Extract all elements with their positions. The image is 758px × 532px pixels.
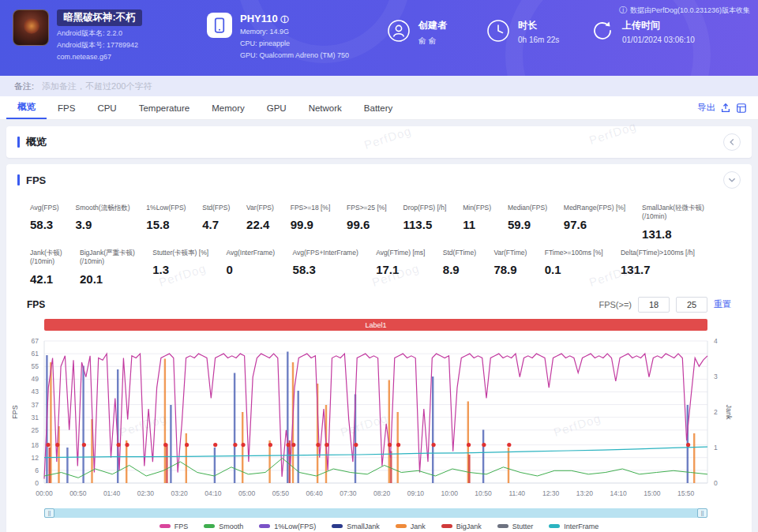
metric-cell: Var(FTime)78.9: [493, 249, 527, 276]
metric-label: Drop(FPS) [/h]: [403, 204, 447, 212]
legend-label: Stutter: [512, 523, 534, 530]
legend-item-BigJank[interactable]: BigJank: [441, 523, 482, 530]
legend-marker: [204, 524, 215, 528]
svg-text:10:50: 10:50: [475, 489, 492, 497]
metric-value: 3.9: [76, 218, 130, 231]
creator-block: 创建者 俞 俞: [387, 19, 447, 47]
upload-label: 上传时间: [622, 19, 695, 32]
metric-value: 113.5: [403, 218, 447, 231]
metric-label: Std(FTime): [443, 249, 476, 257]
device-info-block: PHY110 ⓘ Memory: 14.9G CPU: pineapple GP…: [207, 13, 349, 61]
overview-collapse-button[interactable]: [723, 133, 741, 151]
svg-text:01:40: 01:40: [103, 489, 121, 497]
svg-text:11:40: 11:40: [508, 489, 525, 497]
scrollbar-left-handle[interactable]: ||: [44, 508, 54, 518]
svg-text:06:40: 06:40: [306, 489, 324, 497]
metric-label: Stutter(卡顿率) [%]: [152, 249, 208, 257]
fps-collapse-button[interactable]: [723, 171, 741, 189]
legend-item-SmallJank[interactable]: SmallJank: [332, 523, 380, 530]
legend-item-InterFrame[interactable]: InterFrame: [549, 523, 599, 530]
info-icon: ⓘ: [619, 5, 627, 16]
svg-text:04:10: 04:10: [205, 489, 222, 497]
tab-Network[interactable]: Network: [298, 96, 353, 119]
svg-text:37: 37: [32, 400, 39, 408]
chart-range-scrollbar[interactable]: || ||: [44, 508, 707, 518]
creator-value: 俞 俞: [418, 36, 447, 47]
metric-cell: Std(FTime)8.9: [443, 249, 476, 276]
tab-Battery[interactable]: Battery: [353, 96, 403, 119]
svg-text:10:00: 10:00: [441, 489, 459, 497]
metric-label: Smooth(流畅指数): [76, 204, 130, 212]
fps-chart-canvas[interactable]: Label167615549433731251812604321000:0000…: [6, 316, 733, 504]
metric-label: Var(FTime): [493, 249, 527, 257]
metric-cell: Var(FPS)22.4: [246, 204, 274, 231]
tab-CPU[interactable]: CPU: [86, 96, 127, 119]
metric-label: MedRange(FPS) [%]: [564, 204, 625, 212]
creator-icon: [387, 19, 411, 43]
export-icon[interactable]: [720, 103, 731, 114]
legend-item-FPS[interactable]: FPS: [159, 523, 189, 530]
metric-value: 17.1: [376, 263, 425, 276]
metric-value: 59.9: [508, 218, 547, 231]
metric-label: Median(FPS): [508, 204, 547, 212]
duration-label: 时长: [518, 19, 559, 32]
metric-value: 22.4: [246, 218, 274, 231]
metric-value: 58.3: [30, 218, 59, 231]
clock-icon: [486, 19, 510, 43]
remark-bar[interactable]: 备注: 添加备注，不超过200个字符: [0, 76, 758, 96]
legend-item-1%Low(FPS)[interactable]: 1%Low(FPS): [259, 523, 316, 530]
export-button[interactable]: 导出: [697, 102, 715, 114]
fps-metrics-row-1: Avg(FPS)58.3Smooth(流畅指数)3.91%Low(FPS)15.…: [6, 196, 752, 241]
device-name: PHY110 ⓘ: [240, 13, 349, 25]
legend-marker: [159, 524, 171, 528]
tab-Temperature[interactable]: Temperature: [128, 96, 201, 119]
metric-value: 0: [226, 263, 275, 276]
device-info-icon[interactable]: ⓘ: [280, 15, 288, 24]
reset-button[interactable]: 重置: [714, 298, 731, 310]
legend-marker: [441, 524, 452, 528]
device-gpu: GPU: Qualcomm Adreno (TM) 750: [240, 51, 349, 61]
svg-text:18: 18: [32, 441, 39, 449]
metric-label: SmallJank(轻微卡顿) (/10min): [642, 204, 704, 222]
accent-bar: [17, 174, 20, 185]
chart-legend: FPSSmooth1%Low(FPS)SmallJankJankBigJankS…: [6, 518, 752, 532]
svg-text:08:20: 08:20: [373, 489, 391, 497]
phone-icon: [207, 13, 232, 38]
duration-value: 0h 16m 22s: [518, 36, 559, 44]
perfdog-version-note: ⓘ 数据由PerfDog(10.0.231236)版本收集: [619, 5, 750, 16]
tab-FPS[interactable]: FPS: [47, 96, 86, 119]
legend-item-Jank[interactable]: Jank: [396, 523, 426, 530]
legend-item-Smooth[interactable]: Smooth: [204, 523, 243, 530]
app-header: 暗黑破坏神:不朽 Android版本名: 2.2.0 Android版本号: 1…: [0, 0, 758, 76]
svg-text:03:20: 03:20: [171, 489, 188, 497]
svg-text:43: 43: [32, 388, 39, 395]
svg-text:12:30: 12:30: [542, 489, 560, 497]
scrollbar-right-handle[interactable]: ||: [697, 508, 707, 518]
metric-label: FPS>=25 [%]: [347, 204, 387, 212]
tab-概览[interactable]: 概览: [6, 96, 47, 119]
svg-text:4: 4: [714, 337, 718, 345]
app-version-name: Android版本名: 2.2.0: [57, 28, 142, 38]
svg-text:12: 12: [32, 454, 39, 462]
legend-label: SmallJank: [347, 523, 380, 530]
legend-marker: [259, 524, 270, 528]
legend-marker: [549, 524, 560, 528]
upload-time-icon: [591, 19, 614, 43]
fps-threshold-input-1[interactable]: [638, 297, 670, 313]
metric-cell: FPS>=18 [%]99.9: [291, 204, 331, 231]
metric-cell: FTime>=100ms [%]0.1: [545, 249, 603, 276]
svg-text:00:50: 00:50: [69, 489, 87, 497]
svg-text:14:10: 14:10: [610, 489, 627, 497]
main-tabbar: 概览FPSCPUTemperatureMemoryGPUNetworkBatte…: [0, 96, 758, 120]
legend-marker: [332, 524, 343, 528]
svg-text:00:00: 00:00: [36, 489, 53, 497]
metric-label: BigJank(严重卡顿) (/10min): [80, 249, 135, 267]
report-grid-icon[interactable]: [736, 103, 747, 114]
tab-Memory[interactable]: Memory: [201, 96, 256, 119]
fps-threshold-input-2[interactable]: [676, 297, 707, 313]
metric-value: 97.6: [564, 218, 625, 231]
legend-item-Stutter[interactable]: Stutter: [497, 523, 534, 530]
tab-GPU[interactable]: GPU: [256, 96, 298, 119]
chevron-down-icon: [724, 171, 740, 189]
duration-block: 时长 0h 16m 22s: [486, 19, 559, 44]
